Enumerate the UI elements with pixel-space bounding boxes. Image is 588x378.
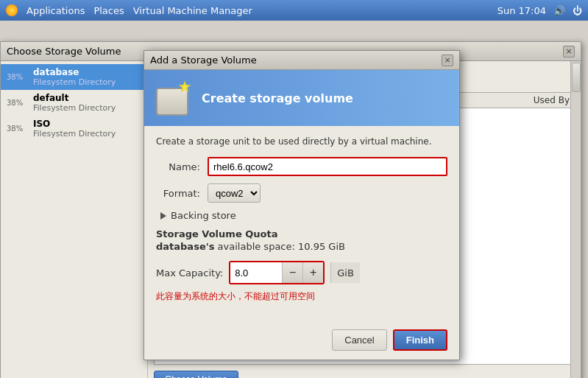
add-storage-header: Create storage volume (144, 70, 459, 126)
sidebar-item-iso-type: Filesystem Directory (33, 129, 116, 139)
format-form-row: Format: qcow2 raw vmdk (156, 183, 447, 203)
capacity-input[interactable] (230, 262, 282, 283)
name-input[interactable] (208, 157, 447, 176)
sidebar-item-iso-name: ISO (33, 119, 116, 129)
sidebar-item-default-type: Filesystem Directory (33, 103, 116, 113)
sidebar-item-default-info: default Filesystem Directory (33, 93, 116, 113)
quota-space-text: available space: 10.95 GiB (218, 241, 345, 252)
capacity-row: Max Capacity: − + GiB (156, 261, 447, 284)
capacity-plus-button[interactable]: + (302, 262, 323, 283)
sidebar-item-iso[interactable]: 38% ISO Filesystem Directory (1, 116, 147, 141)
sidebar-item-iso-info: ISO Filesystem Directory (33, 119, 116, 139)
capacity-input-group: − + (229, 261, 325, 284)
backing-store-label: Backing store (171, 210, 236, 221)
quota-section: Storage Volume Quota database's availabl… (156, 228, 447, 252)
scrollbar-thumb (572, 63, 581, 92)
name-form-row: Name: (156, 157, 447, 176)
storage-volume-icon (156, 80, 191, 116)
backing-store-row[interactable]: Backing store (156, 210, 447, 221)
storage-sidebar: 38% database Filesystem Directory 38% de… (1, 61, 148, 378)
quota-db-name: database's (156, 241, 214, 252)
choose-storage-close-button[interactable]: × (563, 46, 575, 57)
places-menu[interactable]: Places (93, 5, 124, 16)
choose-volume-button[interactable]: Choose Volume (154, 371, 238, 378)
triangle-icon (160, 212, 166, 220)
vm-manager-menu[interactable]: Virtual Machine Manager (133, 5, 252, 16)
sidebar-item-database[interactable]: 38% database Filesystem Directory (1, 64, 147, 90)
add-storage-titlebar: Add a Storage Volume × (144, 51, 459, 70)
finish-button[interactable]: Finish (393, 329, 447, 351)
taskbar: Applications Places Virtual Machine Mana… (0, 0, 588, 21)
choose-storage-title: Choose Storage Volume (7, 46, 121, 57)
quota-title: Storage Volume Quota (156, 228, 447, 239)
sidebar-item-database-name: database (33, 67, 116, 77)
taskbar-time: Sun 17:04 (497, 5, 546, 16)
add-storage-dialog: Add a Storage Volume × Create storage vo… (144, 50, 460, 360)
taskbar-left: Applications Places Virtual Machine Mana… (6, 4, 252, 16)
add-storage-header-title: Create storage volume (202, 91, 353, 105)
add-storage-description: Create a storage unit to be used directl… (156, 136, 447, 147)
sidebar-item-default-name: default (33, 93, 116, 103)
warning-text: 此容量为系统的大小，不能超过可用空间 (156, 290, 447, 303)
add-storage-close-button[interactable]: × (442, 55, 453, 66)
format-select-wrapper: qcow2 raw vmdk (208, 183, 261, 203)
sidebar-item-default[interactable]: 38% default Filesystem Directory (1, 90, 147, 116)
format-label: Format: (156, 188, 208, 199)
sidebar-item-database-type: Filesystem Directory (33, 77, 116, 87)
capacity-minus-button[interactable]: − (282, 262, 302, 283)
sidebar-item-default-pct: 38% (7, 99, 27, 107)
taskbar-right: Sun 17:04 🔊 ⏻ (497, 5, 582, 16)
volume-icon[interactable]: 🔊 (553, 5, 565, 16)
capacity-unit: GiB (330, 262, 360, 283)
add-storage-footer: Cancel Finish (144, 323, 459, 360)
cancel-button[interactable]: Cancel (332, 329, 386, 351)
sidebar-item-database-pct: 38% (7, 73, 27, 81)
storage-bottom-toolbar: Choose Volume (154, 371, 575, 378)
format-select[interactable]: qcow2 raw vmdk (208, 183, 261, 203)
app-icon (6, 4, 18, 16)
add-storage-title: Add a Storage Volume (150, 55, 257, 66)
scrollbar[interactable] (570, 61, 581, 378)
sidebar-item-database-info: database Filesystem Directory (33, 67, 116, 87)
sidebar-item-iso-pct: 38% (7, 125, 27, 133)
name-label: Name: (156, 161, 208, 172)
quota-description: database's available space: 10.95 GiB (156, 241, 447, 252)
main-background: Choose Storage Volume × 38% database Fil… (0, 21, 588, 378)
disk-body-icon (156, 88, 188, 116)
capacity-label: Max Capacity: (156, 267, 223, 279)
add-storage-body: Create a storage unit to be used directl… (144, 126, 459, 323)
power-icon[interactable]: ⏻ (573, 5, 582, 16)
applications-menu[interactable]: Applications (26, 5, 85, 16)
